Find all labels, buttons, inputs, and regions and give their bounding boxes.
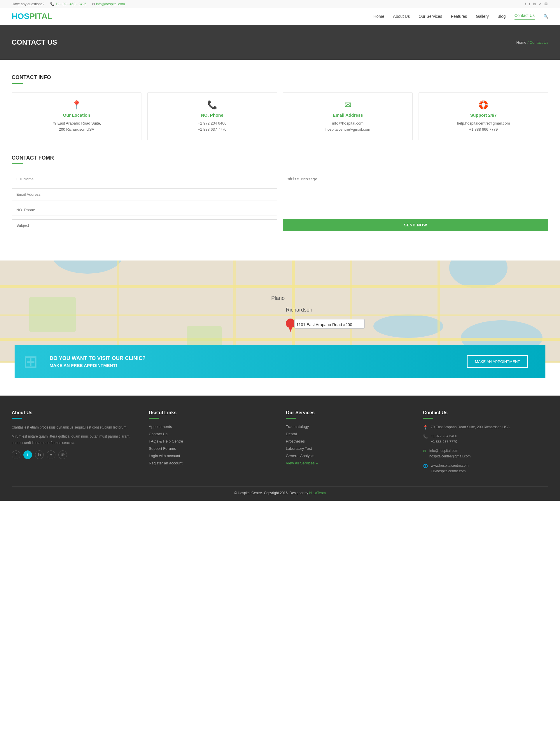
footer-services-title: Our Services xyxy=(286,410,411,415)
svg-rect-7 xyxy=(0,314,560,316)
header: HOSPITAL Home About Us Our Services Feat… xyxy=(0,8,560,25)
email-text: info@hospital.com hospitalcentre@gmail.c… xyxy=(288,120,408,133)
form-row: SEND NOW xyxy=(12,173,548,231)
cta-banner: ⊞ DO YOU WANT TO VISIT OUR CLINIC? MAKE … xyxy=(15,345,545,378)
phone-link[interactable]: 12 - 02 - 463 - 9425 xyxy=(55,2,86,6)
footer-address-text: 79 East Arapaho Road Suite, 200 Richards… xyxy=(431,424,510,430)
footer-bottom: © Hospital Centre. Copyright 2016. Desig… xyxy=(12,486,548,495)
form-underline xyxy=(12,163,23,164)
linkedin-icon[interactable]: in xyxy=(533,2,536,6)
nav-home[interactable]: Home xyxy=(373,14,384,19)
nav-gallery[interactable]: Gallery xyxy=(476,14,489,19)
email-title: Email Address xyxy=(288,113,408,118)
email-input[interactable] xyxy=(12,188,277,200)
footer-useful-underline xyxy=(149,418,159,419)
footer-email-text: info@hospital.com hospitalcentre@gmail.c… xyxy=(429,448,471,459)
logo: HOSPITAL xyxy=(12,12,53,21)
email-info: ✉ info@hospital.com xyxy=(92,2,125,6)
info-cards: 📍 Our Location 79 East Arapaho Road Suit… xyxy=(12,92,548,140)
main-nav: Home About Us Our Services Features Gall… xyxy=(373,13,548,20)
cta-text: DO YOU WANT TO VISIT OUR CLINIC? MAKE AN… xyxy=(32,355,146,368)
footer-about-title: About Us xyxy=(12,410,137,415)
svg-rect-6 xyxy=(0,285,560,288)
footer-skype-icon[interactable]: ☏ xyxy=(58,450,67,459)
nav-services[interactable]: Our Services xyxy=(419,14,442,19)
phone-input[interactable] xyxy=(12,204,277,216)
full-name-input[interactable] xyxy=(12,173,277,185)
nav-blog[interactable]: Blog xyxy=(498,14,506,19)
hero-content: CONTACT US xyxy=(12,38,57,46)
hero-banner: CONTACT US Home / Contact Us xyxy=(0,25,560,60)
breadcrumb-current: Contact Us xyxy=(530,40,548,45)
nav-features[interactable]: Features xyxy=(451,14,467,19)
vimeo-icon[interactable]: v xyxy=(539,2,541,6)
logo-part1: HOS xyxy=(12,12,29,21)
footer-services-underline xyxy=(286,418,296,419)
location-text: 79 East Arapaho Road Suite, 200 Richards… xyxy=(16,120,137,133)
footer-contact-phone-row: 📞 +1 972 234 6400 +1 888 637 7770 xyxy=(423,433,548,445)
footer-email-icon: ✉ xyxy=(423,449,426,453)
top-bar-social: f t in v ☏ xyxy=(525,2,548,6)
skype-icon[interactable]: ☏ xyxy=(544,2,548,6)
footer-contact-address-row: 📍 79 East Arapaho Road Suite, 200 Richar… xyxy=(423,424,548,430)
footer-link-support[interactable]: Support Forums xyxy=(149,446,274,451)
contact-form-section: CONTACT FOMR SEND NOW xyxy=(12,155,548,231)
svg-text:1101 East Arapaho Road #200: 1101 East Arapaho Road #200 xyxy=(296,322,352,327)
send-button[interactable]: SEND NOW xyxy=(283,219,548,231)
breadcrumb-separator: / xyxy=(527,40,529,45)
contact-info-title: CONTACT INFO xyxy=(12,74,548,81)
section-underline xyxy=(12,83,23,84)
footer-services-list: Traumatology Dental Prostheses Laborator… xyxy=(286,424,411,465)
footer-vimeo-icon[interactable]: v xyxy=(47,450,55,459)
footer-contact-underline xyxy=(423,418,433,419)
breadcrumb: Home / Contact Us xyxy=(516,40,548,45)
footer-link-appointments[interactable]: Appointments xyxy=(149,424,274,429)
phone-text: +1 972 234 6400 +1 888 637 7770 xyxy=(152,120,272,133)
svg-point-4 xyxy=(373,314,443,338)
twitter-icon[interactable]: t xyxy=(529,2,530,6)
phone-info: 📞 12 - 02 - 463 - 9425 xyxy=(50,2,86,6)
message-textarea[interactable] xyxy=(283,173,548,215)
footer-links-list: Appointments Contact Us FAQs & Help Cent… xyxy=(149,424,274,465)
footer-linkedin-icon[interactable]: in xyxy=(35,450,44,459)
footer-link-contact[interactable]: Contact Us xyxy=(149,432,274,436)
footer-useful-title: Useful Links xyxy=(149,410,274,415)
nav-about[interactable]: About Us xyxy=(393,14,410,19)
search-icon[interactable]: 🔍 xyxy=(543,14,548,19)
cta-appointment-button[interactable]: MAKE AN APPOINTMENT xyxy=(467,355,528,368)
nav-contact[interactable]: Contact Us xyxy=(515,13,535,20)
info-card-location: 📍 Our Location 79 East Arapaho Road Suit… xyxy=(12,92,141,140)
svg-text:Richardson: Richardson xyxy=(286,307,312,313)
phone-icon: 📞 xyxy=(152,100,272,110)
footer-about-text1: Claritas est etiam processus dynamicus s… xyxy=(12,424,137,431)
phone-title: NO. Phone xyxy=(152,113,272,118)
support-title: Support 24/7 xyxy=(423,113,544,118)
form-title: CONTACT FOMR xyxy=(12,155,548,161)
top-bar-question: Have any questions? xyxy=(12,2,44,6)
footer-service-view-all[interactable]: View All Services » xyxy=(286,461,411,465)
footer-about-text2: Mirum est notare quam littera gothica, q… xyxy=(12,433,137,446)
footer-contact-email-row: ✉ info@hospital.com hospitalcentre@gmail… xyxy=(423,448,548,459)
subject-input[interactable] xyxy=(12,219,277,231)
footer-service-dental[interactable]: Dental xyxy=(286,432,411,436)
footer-link-login[interactable]: Login with account xyxy=(149,454,274,458)
footer-contact-title: Contact Us xyxy=(423,410,548,415)
footer-service-prostheses[interactable]: Prostheses xyxy=(286,439,411,443)
facebook-icon[interactable]: f xyxy=(525,2,526,6)
designer-link[interactable]: NinjaTeam xyxy=(309,491,326,495)
contact-info-section: CONTACT INFO 📍 Our Location 79 East Arap… xyxy=(12,74,548,140)
footer-facebook-icon[interactable]: f xyxy=(12,450,20,459)
footer-link-register[interactable]: Register an account xyxy=(149,461,274,465)
footer-service-analysis[interactable]: General Analysis xyxy=(286,454,411,458)
main-content: CONTACT INFO 📍 Our Location 79 East Arap… xyxy=(0,60,560,261)
breadcrumb-home[interactable]: Home xyxy=(516,40,526,45)
footer-web-icon: 🌐 xyxy=(423,464,428,468)
footer-link-faq[interactable]: FAQs & Help Centre xyxy=(149,439,274,443)
page-title: CONTACT US xyxy=(12,38,57,46)
footer-social: f t in v ☏ xyxy=(12,450,137,459)
info-card-phone: 📞 NO. Phone +1 972 234 6400 +1 888 637 7… xyxy=(147,92,277,140)
footer-twitter-icon[interactable]: t xyxy=(23,450,32,459)
footer-service-lab[interactable]: Laboratory Test xyxy=(286,446,411,451)
footer-service-traumatology[interactable]: Traumatology xyxy=(286,424,411,429)
email-link[interactable]: info@hospital.com xyxy=(96,2,125,6)
